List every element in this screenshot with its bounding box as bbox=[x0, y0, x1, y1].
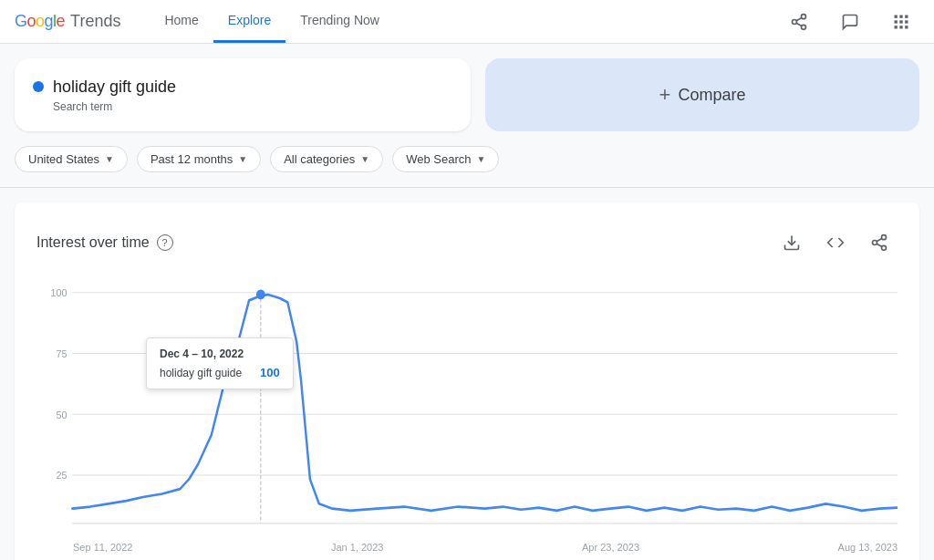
header: Google Trends Home Explore Trending Now bbox=[0, 0, 934, 44]
svg-text:100: 100 bbox=[50, 287, 67, 299]
share-button[interactable] bbox=[781, 4, 817, 40]
search-section: holiday gift guide Search term + Compare bbox=[0, 44, 934, 131]
svg-rect-7 bbox=[905, 15, 908, 17]
compare-box[interactable]: + Compare bbox=[485, 58, 919, 131]
download-icon bbox=[783, 233, 801, 252]
svg-point-17 bbox=[882, 245, 887, 250]
svg-line-4 bbox=[796, 17, 802, 20]
nav-explore[interactable]: Explore bbox=[213, 0, 285, 43]
help-icon[interactable]: ? bbox=[157, 234, 173, 251]
google-logo-text: Google bbox=[15, 12, 65, 31]
svg-rect-13 bbox=[905, 26, 908, 28]
svg-line-18 bbox=[877, 244, 882, 246]
trends-logo-text: Trends bbox=[70, 12, 120, 31]
filter-time[interactable]: Past 12 months ▼ bbox=[137, 146, 261, 172]
filter-search-type[interactable]: Web Search ▼ bbox=[392, 146, 499, 172]
feedback-icon bbox=[841, 13, 859, 31]
compare-label: Compare bbox=[678, 86, 745, 105]
section-title-row: Interest over time ? bbox=[36, 234, 173, 251]
filter-category-label: All categories bbox=[284, 152, 355, 166]
svg-rect-9 bbox=[899, 20, 902, 23]
filter-country[interactable]: United States ▼ bbox=[15, 146, 128, 172]
logo: Google Trends bbox=[15, 12, 120, 31]
filter-category[interactable]: All categories ▼ bbox=[270, 146, 383, 172]
chart-share-icon bbox=[870, 233, 888, 252]
svg-point-16 bbox=[873, 241, 877, 245]
filter-search-type-label: Web Search bbox=[406, 152, 471, 166]
search-dot bbox=[33, 81, 44, 92]
svg-point-30 bbox=[256, 290, 265, 300]
nav-home[interactable]: Home bbox=[150, 0, 213, 43]
download-button[interactable] bbox=[773, 224, 810, 261]
apps-icon bbox=[892, 13, 910, 31]
x-axis: Sep 11, 2022 Jan 1, 2023 Apr 23, 2023 Au… bbox=[36, 538, 898, 553]
filter-country-label: United States bbox=[28, 152, 99, 166]
feedback-button[interactable] bbox=[832, 4, 868, 40]
nav-trending-now[interactable]: Trending Now bbox=[285, 0, 394, 43]
chart-svg: 100 75 50 25 bbox=[36, 283, 898, 538]
section-title: Interest over time bbox=[36, 234, 150, 251]
svg-point-0 bbox=[802, 14, 806, 18]
search-box: holiday gift guide Search term bbox=[15, 58, 471, 131]
chart-share-button[interactable] bbox=[861, 224, 898, 261]
svg-point-15 bbox=[882, 235, 887, 240]
chevron-down-icon: ▼ bbox=[238, 154, 247, 164]
svg-text:25: 25 bbox=[56, 470, 67, 482]
x-label-apr: Apr 23, 2023 bbox=[582, 542, 639, 553]
main-content: Interest over time ? bbox=[15, 202, 919, 560]
apps-button[interactable] bbox=[883, 4, 919, 40]
svg-rect-5 bbox=[895, 15, 898, 17]
svg-line-19 bbox=[877, 238, 882, 241]
search-label: Search term bbox=[53, 100, 452, 113]
chart-area: 100 75 50 25 Dec 4 – 10, 2022 holiday gi… bbox=[36, 283, 898, 538]
svg-line-3 bbox=[796, 23, 802, 26]
chevron-down-icon: ▼ bbox=[360, 154, 369, 164]
x-label-jan: Jan 1, 2023 bbox=[331, 542, 384, 553]
header-actions bbox=[781, 4, 919, 40]
filter-time-label: Past 12 months bbox=[150, 152, 233, 166]
svg-point-1 bbox=[793, 19, 797, 24]
svg-rect-11 bbox=[895, 26, 898, 28]
plus-icon: + bbox=[659, 83, 671, 107]
embed-icon bbox=[826, 233, 845, 252]
share-icon bbox=[790, 13, 808, 31]
svg-text:75: 75 bbox=[56, 347, 67, 359]
x-label-sep: Sep 11, 2022 bbox=[73, 542, 132, 553]
embed-button[interactable] bbox=[817, 224, 854, 261]
svg-rect-6 bbox=[899, 15, 902, 17]
section-actions bbox=[773, 224, 898, 261]
svg-rect-12 bbox=[899, 26, 902, 28]
section-header: Interest over time ? bbox=[36, 224, 898, 261]
filters-section: United States ▼ Past 12 months ▼ All cat… bbox=[0, 131, 934, 188]
chevron-down-icon: ▼ bbox=[476, 154, 485, 164]
svg-point-2 bbox=[802, 25, 806, 29]
svg-rect-10 bbox=[905, 20, 908, 23]
x-label-aug: Aug 13, 2023 bbox=[838, 542, 898, 553]
svg-rect-8 bbox=[895, 20, 898, 23]
svg-text:50: 50 bbox=[56, 409, 67, 420]
main-nav: Home Explore Trending Now bbox=[150, 0, 781, 43]
search-term-row: holiday gift guide bbox=[33, 78, 452, 97]
chevron-down-icon: ▼ bbox=[105, 154, 114, 164]
search-term-text: holiday gift guide bbox=[53, 78, 176, 97]
